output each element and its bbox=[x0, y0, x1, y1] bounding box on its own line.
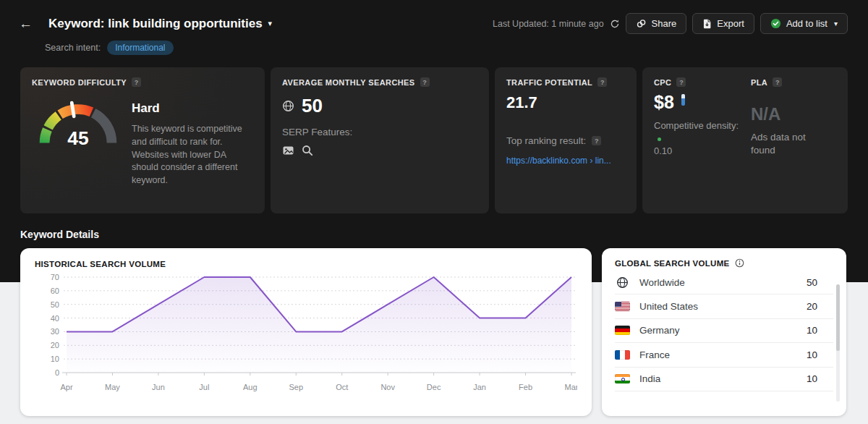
list-item: Germany 10 bbox=[615, 319, 833, 343]
export-button[interactable]: Export bbox=[692, 13, 754, 34]
scrollbar-track[interactable] bbox=[836, 284, 840, 402]
keyword-difficulty-help-icon[interactable]: ? bbox=[132, 77, 141, 87]
svg-text:70: 70 bbox=[51, 273, 59, 281]
avg-monthly-searches-label: AVERAGE MONTHLY SEARCHES bbox=[282, 78, 415, 87]
difficulty-score: 45 bbox=[67, 127, 88, 149]
svg-text:10: 10 bbox=[51, 355, 59, 363]
traffic-potential-label: TRAFFIC POTENTIAL bbox=[506, 78, 592, 87]
cpc-pla-card: CPC ? $8 Competitive density: 0.10 PLA ?… bbox=[642, 67, 848, 213]
svg-text:Sep: Sep bbox=[289, 383, 303, 391]
svg-text:May: May bbox=[105, 383, 120, 391]
country-name: Worldwide bbox=[639, 277, 685, 288]
search-intent-label: Search intent: bbox=[45, 43, 101, 53]
svg-text:Jul: Jul bbox=[199, 383, 209, 391]
traffic-potential-card: TRAFFIC POTENTIAL ? 21.7 Top ranking res… bbox=[495, 67, 637, 213]
header-bar: ← Keyword: link building opportunities ▾… bbox=[0, 0, 868, 34]
global-search-volume-title: GLOBAL SEARCH VOLUME bbox=[615, 259, 730, 268]
add-to-list-chevron-down-icon: ▾ bbox=[834, 20, 838, 27]
top-ranking-help-icon[interactable]: ? bbox=[592, 136, 601, 145]
gauge-needle bbox=[72, 103, 74, 116]
density-dot-icon bbox=[658, 137, 661, 141]
title-chevron-down-icon[interactable]: ▾ bbox=[268, 19, 273, 28]
search-intent-row: Search intent: Informational bbox=[45, 41, 868, 55]
difficulty-description: This keyword is competitive and difficul… bbox=[132, 123, 253, 187]
share-link-icon bbox=[636, 18, 647, 29]
search-intent-badge: Informational bbox=[107, 41, 173, 55]
competitive-density-label: Competitive density: bbox=[654, 120, 739, 131]
country-name: France bbox=[639, 349, 670, 360]
difficulty-gauge: 45 bbox=[32, 96, 124, 187]
list-item: India 10 bbox=[615, 368, 833, 391]
traffic-potential-help-icon[interactable]: ? bbox=[597, 77, 607, 87]
share-button-label: Share bbox=[652, 18, 677, 29]
cpc-level-bar-icon bbox=[681, 94, 685, 106]
svg-text:40: 40 bbox=[51, 314, 59, 323]
svg-text:Oct: Oct bbox=[336, 383, 348, 391]
svg-text:20: 20 bbox=[51, 341, 59, 349]
traffic-potential-value: 21.7 bbox=[506, 93, 625, 112]
country-volume: 10 bbox=[807, 325, 817, 336]
svg-text:Jun: Jun bbox=[152, 383, 165, 391]
keyword-difficulty-label: KEYWORD DIFFICULTY bbox=[32, 78, 127, 87]
avg-monthly-searches-value: 50 bbox=[302, 95, 323, 117]
add-to-list-label: Add to list bbox=[786, 18, 827, 29]
country-volume: 50 bbox=[807, 277, 817, 288]
serp-features-label: SERP Features: bbox=[282, 127, 477, 137]
country-volume: 10 bbox=[807, 349, 817, 360]
germany-flag-icon bbox=[615, 326, 630, 335]
svg-text:Feb: Feb bbox=[519, 383, 532, 391]
country-volume: 10 bbox=[807, 373, 817, 384]
svg-text:Dec: Dec bbox=[427, 383, 441, 391]
country-name: Germany bbox=[639, 325, 680, 336]
avg-monthly-searches-help-icon[interactable]: ? bbox=[420, 77, 430, 87]
svg-text:Apr: Apr bbox=[60, 383, 72, 391]
historical-search-volume-chart: 010203040506070AprMayJunJulAugSepOctNovD… bbox=[35, 271, 577, 399]
info-icon[interactable] bbox=[735, 258, 744, 268]
cpc-value: $8 bbox=[654, 92, 674, 113]
last-updated-text: Last Updated: 1 minute ago bbox=[493, 19, 604, 29]
cpc-help-icon[interactable]: ? bbox=[676, 77, 686, 87]
country-volume: 20 bbox=[807, 301, 817, 312]
list-item: Worldwide 50 bbox=[615, 271, 833, 294]
svg-text:Mar: Mar bbox=[565, 383, 577, 391]
add-to-list-button[interactable]: Add to list ▾ bbox=[760, 13, 848, 34]
keyword-details-heading: Keyword Details bbox=[20, 229, 868, 240]
top-ranking-label: Top ranking result: bbox=[506, 135, 586, 146]
svg-text:30: 30 bbox=[51, 327, 59, 336]
historical-search-volume-card: HISTORICAL SEARCH VOLUME 010203040506070… bbox=[20, 248, 592, 416]
refresh-icon[interactable] bbox=[610, 19, 620, 29]
back-arrow-icon[interactable]: ← bbox=[19, 17, 33, 30]
svg-text:50: 50 bbox=[51, 300, 59, 309]
share-button[interactable]: Share bbox=[626, 13, 687, 34]
pla-help-icon[interactable]: ? bbox=[773, 77, 782, 87]
svg-text:0: 0 bbox=[55, 368, 59, 377]
india-flag-icon bbox=[615, 374, 630, 383]
page-title: Keyword: link building opportunities bbox=[48, 17, 263, 31]
competitive-density-value: 0.10 bbox=[654, 145, 672, 156]
search-icon[interactable] bbox=[302, 145, 313, 156]
details-row: HISTORICAL SEARCH VOLUME 010203040506070… bbox=[20, 248, 848, 416]
country-volume-list: Worldwide 50 United States 20 Germany 10… bbox=[615, 271, 833, 391]
france-flag-icon bbox=[615, 350, 630, 360]
scrollbar-thumb[interactable] bbox=[836, 284, 840, 351]
global-search-volume-card: GLOBAL SEARCH VOLUME Worldwide 50 United… bbox=[602, 248, 846, 416]
pla-note: Ads data not found bbox=[751, 131, 827, 157]
keyword-difficulty-card: KEYWORD DIFFICULTY ? bbox=[20, 67, 265, 213]
globe-icon bbox=[282, 100, 294, 112]
top-ranking-result-link[interactable]: https://backlinko.com › lin... bbox=[506, 156, 625, 166]
keyword-overview-page: ← Keyword: link building opportunities ▾… bbox=[0, 0, 868, 424]
difficulty-rating: Hard bbox=[132, 101, 253, 116]
export-file-icon bbox=[702, 19, 712, 29]
cpc-section: CPC ? $8 Competitive density: 0.10 bbox=[654, 77, 739, 158]
pla-label: PLA bbox=[751, 78, 767, 87]
historical-search-volume-title: HISTORICAL SEARCH VOLUME bbox=[35, 260, 577, 268]
us-flag-icon bbox=[615, 302, 630, 311]
list-item: France 10 bbox=[615, 343, 833, 367]
svg-text:Aug: Aug bbox=[243, 383, 258, 391]
check-circle-icon bbox=[770, 18, 781, 29]
pla-value: N/A bbox=[751, 104, 836, 124]
svg-text:Jan: Jan bbox=[473, 383, 486, 391]
metrics-row: KEYWORD DIFFICULTY ? bbox=[20, 67, 848, 213]
image-pack-icon[interactable] bbox=[282, 145, 294, 156]
country-name: United States bbox=[639, 301, 698, 312]
